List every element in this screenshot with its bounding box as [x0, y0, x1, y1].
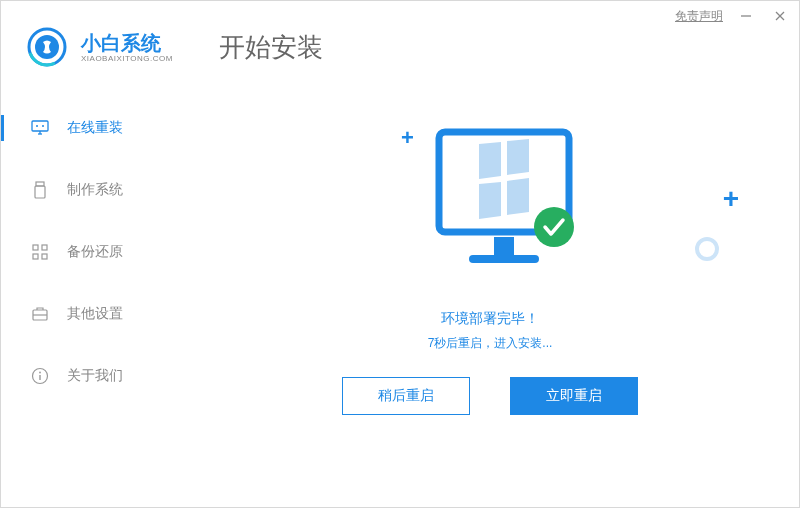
svg-rect-13: [33, 245, 38, 250]
restart-later-button[interactable]: 稍后重启: [342, 377, 470, 415]
action-buttons: 稍后重启 立即重启: [181, 377, 799, 415]
page-title: 开始安装: [219, 30, 323, 65]
svg-rect-24: [469, 255, 539, 263]
brand-url: XIAOBAIXITONG.COM: [81, 54, 173, 63]
svg-rect-6: [32, 121, 48, 131]
svg-rect-15: [33, 254, 38, 259]
restart-now-button[interactable]: 立即重启: [510, 377, 638, 415]
plus-decoration-icon: +: [723, 183, 739, 215]
svg-rect-14: [42, 245, 47, 250]
sidebar-item-label: 其他设置: [67, 305, 123, 323]
sidebar-item-label: 制作系统: [67, 181, 123, 199]
svg-point-9: [36, 125, 38, 127]
sidebar-item-create[interactable]: 制作系统: [1, 159, 181, 221]
svg-rect-12: [35, 186, 45, 198]
substatus-text: 7秒后重启，进入安装...: [181, 335, 799, 352]
svg-rect-11: [36, 182, 44, 186]
grid-icon: [31, 243, 49, 261]
main-panel: + + 环境部署完毕！ 7秒后重启，进入安装... 稍后重启 立即重启: [181, 77, 799, 507]
sidebar-item-about[interactable]: 关于我们: [1, 345, 181, 407]
header: 小白系统 XIAOBAIXITONG.COM 开始安装: [1, 27, 799, 77]
brand-name: 小白系统: [81, 32, 173, 54]
app-window: 免责声明 小白系统 XIAOBAIXITONG.COM 开始安装: [0, 0, 800, 508]
sidebar-item-settings[interactable]: 其他设置: [1, 283, 181, 345]
sidebar-item-label: 在线重装: [67, 119, 123, 137]
close-icon: [774, 10, 786, 22]
monitor-icon: [31, 119, 49, 137]
sidebar-item-label: 关于我们: [67, 367, 123, 385]
svg-rect-16: [42, 254, 47, 259]
sidebar: 在线重装 制作系统 备份还原 其他设置: [1, 77, 181, 507]
usb-icon: [31, 181, 49, 199]
sidebar-item-backup[interactable]: 备份还原: [1, 221, 181, 283]
body: 在线重装 制作系统 备份还原 其他设置: [1, 77, 799, 507]
svg-point-25: [534, 207, 574, 247]
plus-decoration-icon: +: [401, 125, 414, 151]
status-text: 环境部署完毕！: [181, 310, 799, 328]
briefcase-icon: [31, 305, 49, 323]
app-logo: [27, 27, 67, 67]
svg-rect-23: [494, 237, 514, 255]
disclaimer-link[interactable]: 免责声明: [675, 8, 723, 25]
brand-text: 小白系统 XIAOBAIXITONG.COM: [81, 32, 173, 63]
info-icon: [31, 367, 49, 385]
circle-decoration-icon: [695, 237, 719, 261]
sidebar-item-reinstall[interactable]: 在线重装: [1, 97, 181, 159]
svg-point-20: [39, 372, 41, 374]
minimize-button[interactable]: [735, 5, 757, 27]
sidebar-item-label: 备份还原: [67, 243, 123, 261]
svg-point-10: [42, 125, 44, 127]
monitor-illustration: [429, 122, 579, 286]
close-button[interactable]: [769, 5, 791, 27]
minimize-icon: [740, 10, 752, 22]
